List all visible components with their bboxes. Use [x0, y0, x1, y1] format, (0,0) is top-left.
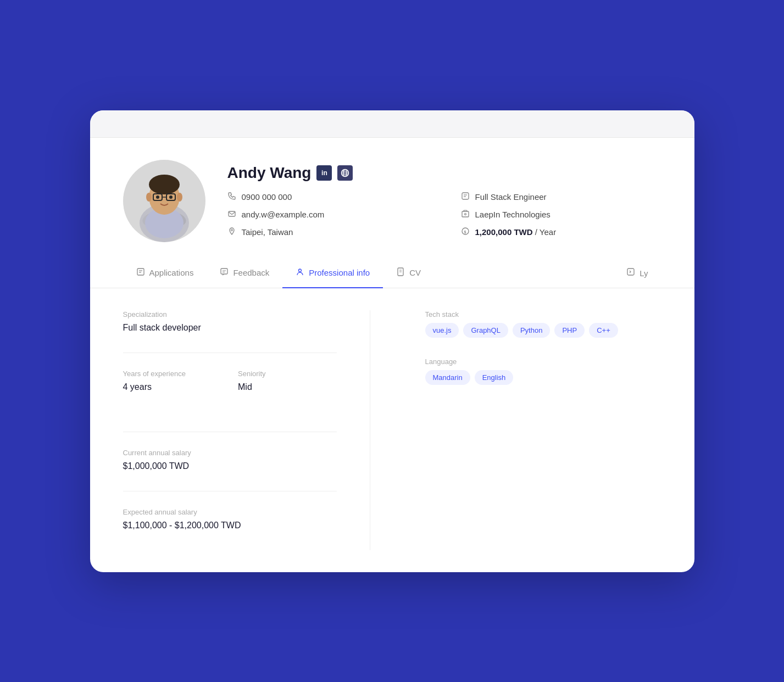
salary-item: $ 1,200,000 TWD / Year [461, 227, 661, 238]
name-row: Andy Wang in [227, 164, 661, 182]
cv-label: CV [409, 268, 421, 277]
card-top-bar [90, 110, 694, 138]
location-value: Taipei, Taiwan [242, 227, 293, 237]
divider-3 [123, 491, 337, 491]
tech-stack-tags: vue.jsGraphQLPythonPHPC++ [425, 323, 661, 338]
svg-rect-24 [462, 211, 469, 217]
applications-label: Applications [149, 268, 194, 277]
company-value: LaepIn Technologies [475, 210, 551, 219]
language-tags: MandarinEnglish [425, 370, 661, 385]
location-icon [227, 227, 236, 238]
tab-ly[interactable]: Ly [613, 259, 661, 288]
years-label: Years of experience [123, 370, 222, 378]
right-column: Tech stack vue.jsGraphQLPythonPHPC++ Lan… [414, 310, 661, 550]
tech-stack-group: Tech stack vue.jsGraphQLPythonPHPC++ [425, 310, 661, 338]
language-tag: Mandarin [425, 370, 470, 385]
salary-icon: $ [461, 227, 470, 238]
company-icon [461, 209, 470, 220]
specialization-group: Specialization Full stack developer [123, 310, 337, 333]
language-tag: English [475, 370, 514, 385]
profile-section: Andy Wang in [90, 138, 694, 259]
email-item: andy.w@example.com [227, 209, 428, 220]
tab-feedback[interactable]: Feedback [207, 259, 282, 288]
feedback-label: Feedback [233, 268, 269, 277]
salary-value: 1,200,000 TWD / Year [475, 227, 557, 237]
svg-point-12 [169, 195, 173, 199]
tech-tag: vue.js [425, 323, 459, 338]
avatar [123, 160, 205, 242]
tabs-container: Applications Feedback Professional info … [90, 259, 694, 288]
ly-icon [626, 267, 635, 278]
years-value: 4 years [123, 382, 222, 392]
email-value: andy.w@example.com [242, 210, 325, 219]
profile-card: Andy Wang in [90, 110, 694, 572]
svg-rect-32 [221, 269, 227, 274]
tech-tag: C++ [589, 323, 618, 338]
left-column: Specialization Full stack developer Year… [123, 310, 370, 550]
svg-point-26 [231, 229, 232, 231]
years-group: Years of experience 4 years [123, 370, 222, 392]
expected-salary-group: Expected annual salary $1,100,000 - $1,2… [123, 508, 337, 530]
svg-rect-29 [137, 269, 144, 275]
experience-seniority-group: Years of experience 4 years Seniority Mi… [123, 370, 337, 412]
title-item: Full Stack Engineer [461, 192, 661, 203]
candidate-name: Andy Wang [227, 164, 312, 182]
tab-applications[interactable]: Applications [123, 259, 207, 288]
tech-stack-label: Tech stack [425, 310, 661, 318]
tab-cv[interactable]: CV [383, 259, 434, 288]
svg-text:$: $ [464, 230, 466, 234]
seniority-label: Seniority [238, 370, 337, 378]
professional-info-icon [296, 267, 304, 278]
seniority-value: Mid [238, 382, 337, 392]
phone-item: 0900 000 000 [227, 192, 428, 203]
email-icon [227, 209, 236, 220]
expected-salary-value: $1,100,000 - $1,200,000 TWD [123, 521, 337, 530]
title-icon [461, 192, 470, 203]
content-area: Specialization Full stack developer Year… [90, 288, 694, 572]
website-icon[interactable] [337, 165, 353, 181]
svg-point-25 [464, 213, 466, 215]
phone-value: 0900 000 000 [242, 192, 292, 202]
svg-point-13 [146, 193, 152, 202]
tech-tag: Python [513, 323, 550, 338]
language-label: Language [425, 357, 661, 366]
svg-point-35 [299, 269, 302, 272]
ly-label: Ly [640, 269, 648, 278]
svg-rect-23 [229, 211, 235, 216]
company-item: LaepIn Technologies [461, 209, 661, 220]
language-group: Language MandarinEnglish [425, 357, 661, 385]
divider-1 [123, 353, 337, 353]
expected-salary-label: Expected annual salary [123, 508, 337, 516]
svg-point-11 [156, 195, 159, 199]
phone-icon [227, 192, 236, 203]
feedback-icon [220, 267, 229, 278]
professional-info-label: Professional info [309, 268, 370, 277]
location-item: Taipei, Taiwan [227, 227, 428, 238]
svg-point-14 [177, 193, 182, 202]
tab-professional-info[interactable]: Professional info [282, 259, 383, 288]
current-salary-label: Current annual salary [123, 449, 337, 457]
current-salary-value: $1,000,000 TWD [123, 461, 337, 471]
profile-info: Andy Wang in [227, 160, 661, 238]
cv-icon [396, 267, 405, 278]
applications-icon [136, 267, 145, 278]
linkedin-icon[interactable]: in [316, 165, 332, 181]
svg-point-7 [149, 175, 180, 194]
tech-tag: GraphQL [463, 323, 508, 338]
divider-2 [123, 432, 337, 432]
specialization-value: Full stack developer [123, 323, 337, 333]
specialization-label: Specialization [123, 310, 337, 318]
title-value: Full Stack Engineer [475, 192, 547, 202]
svg-rect-20 [462, 193, 469, 199]
contact-grid: 0900 000 000 Full Stack Engineer andy.w@… [227, 192, 661, 238]
current-salary-group: Current annual salary $1,000,000 TWD [123, 449, 337, 471]
seniority-group: Seniority Mid [238, 370, 337, 392]
tech-tag: PHP [554, 323, 585, 338]
